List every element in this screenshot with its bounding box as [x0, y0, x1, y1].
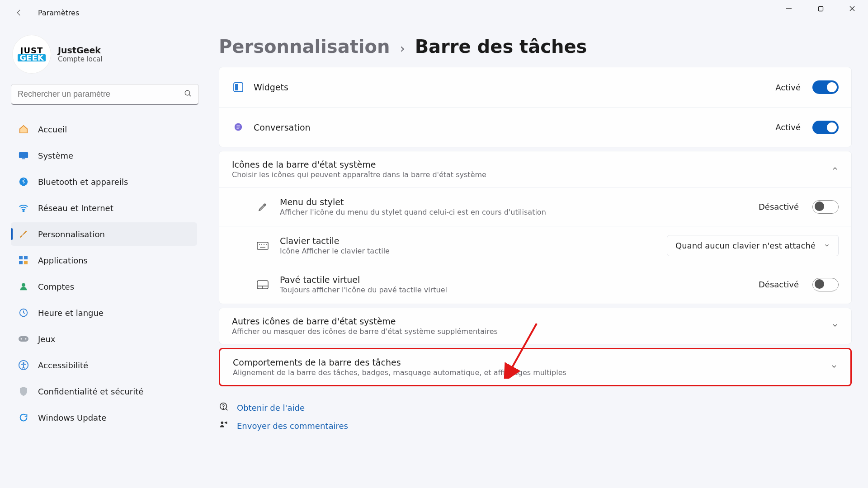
section-sub: Afficher ou masquer des icônes de barre … [232, 327, 822, 336]
keyboard-icon [256, 239, 269, 252]
row-label: Clavier tactile [280, 236, 656, 246]
svg-rect-6 [19, 152, 28, 158]
toggle-pen[interactable] [812, 200, 839, 214]
nav-bluetooth[interactable]: Bluetooth et appareils [11, 170, 197, 193]
link-label[interactable]: Obtenir de l'aide [237, 403, 305, 413]
nav-system[interactable]: Système [11, 144, 197, 167]
person-icon [18, 281, 29, 292]
nav-accessibility[interactable]: Accessibilité [11, 353, 197, 377]
other-icons-group[interactable]: Autres icônes de barre d'état système Af… [219, 308, 852, 344]
row-touchpad[interactable]: Pavé tactile virtuel Toujours afficher l… [219, 265, 851, 304]
chevron-down-icon [824, 241, 830, 250]
row-sub: Toujours afficher l'icône du pavé tactil… [280, 286, 748, 294]
nav-label: Système [38, 151, 73, 160]
maximize-button[interactable] [805, 0, 836, 17]
nav-label: Confidentialité et sécurité [38, 387, 143, 396]
brush-icon [18, 229, 29, 239]
nav-privacy[interactable]: Confidentialité et sécurité [11, 380, 197, 403]
account-name: JustGeek [58, 45, 103, 55]
nav-label: Windows Update [38, 413, 106, 422]
widgets-icon [232, 81, 245, 94]
link-get-help[interactable]: Obtenir de l'aide [219, 402, 852, 413]
behaviors-group[interactable]: Comportements de la barre des tâches Ali… [219, 348, 852, 386]
search-icon [184, 89, 192, 99]
search-box[interactable] [11, 84, 199, 105]
toggle-widgets[interactable] [812, 80, 839, 94]
svg-point-20 [23, 362, 24, 364]
nav-label: Réseau et Internet [38, 203, 113, 213]
pen-icon [256, 201, 269, 213]
apps-icon [18, 255, 29, 266]
toggle-chat[interactable] [812, 121, 839, 134]
nav-apps[interactable]: Applications [11, 249, 197, 272]
taskbar-items-group: Widgets Activé Conversation Activé [219, 67, 852, 147]
wifi-icon [18, 202, 29, 213]
nav-home[interactable]: Accueil [11, 117, 197, 141]
svg-rect-13 [24, 261, 28, 264]
svg-point-18 [25, 338, 27, 340]
touchpad-icon [256, 278, 269, 291]
svg-rect-24 [257, 242, 268, 249]
svg-rect-22 [235, 84, 238, 90]
svg-rect-1 [818, 6, 823, 11]
status-label: Activé [775, 83, 801, 92]
breadcrumb-current: Barre des tâches [415, 36, 587, 57]
sidebar: JUST GEEK JustGeek Compte local Accueil [0, 25, 208, 488]
gamepad-icon [18, 333, 29, 344]
chevron-right-icon: › [400, 41, 405, 56]
link-feedback[interactable]: Envoyer des commentaires [219, 420, 852, 432]
svg-point-9 [23, 211, 24, 212]
breadcrumb: Personnalisation › Barre des tâches [219, 36, 852, 57]
bottom-links: Obtenir de l'aide Envoyer des commentair… [219, 402, 852, 442]
feedback-icon [219, 420, 229, 432]
link-label[interactable]: Envoyer des commentaires [237, 421, 348, 431]
svg-rect-16 [19, 336, 28, 342]
row-label: Menu du stylet [280, 197, 748, 207]
nav-label: Heure et langue [38, 308, 104, 318]
svg-point-17 [21, 338, 22, 340]
minimize-button[interactable] [773, 0, 805, 17]
row-chat[interactable]: Conversation Activé [219, 107, 851, 147]
main-area: Personnalisation › Barre des tâches Widg… [208, 25, 868, 488]
account-block[interactable]: JUST GEEK JustGeek Compte local [11, 33, 197, 81]
svg-point-14 [22, 283, 25, 287]
back-button[interactable] [10, 4, 28, 22]
row-pen[interactable]: Menu du stylet Afficher l'icône du menu … [219, 187, 851, 226]
nav-update[interactable]: Windows Update [11, 406, 197, 429]
breadcrumb-parent[interactable]: Personnalisation [219, 36, 390, 57]
svg-rect-10 [19, 256, 23, 259]
svg-rect-11 [24, 256, 28, 259]
nav-time[interactable]: Heure et langue [11, 301, 197, 324]
update-icon [18, 412, 29, 423]
status-label: Désactivé [759, 280, 799, 289]
chevron-down-icon [830, 363, 838, 372]
chevron-down-icon [831, 322, 839, 331]
bluetooth-icon [18, 176, 29, 187]
close-button[interactable] [836, 0, 868, 17]
nav-network[interactable]: Réseau et Internet [11, 196, 197, 220]
row-touch-keyboard[interactable]: Clavier tactile Icône Afficher le clavie… [219, 226, 851, 265]
shield-icon [18, 386, 29, 397]
systray-header[interactable]: Icônes de la barre d'état système Choisi… [219, 151, 851, 187]
row-label: Conversation [254, 122, 766, 132]
nav-personalization[interactable]: Personnalisation [11, 222, 197, 246]
dropdown-touch-keyboard[interactable]: Quand aucun clavier n'est attaché [667, 235, 839, 256]
row-sub: Afficher l'icône du menu du stylet quand… [280, 208, 748, 216]
row-sub: Icône Afficher le clavier tactile [280, 247, 656, 255]
section-sub: Choisir les icônes qui peuvent apparaîtr… [232, 170, 822, 179]
search-input[interactable] [18, 89, 184, 99]
systray-group: Icônes de la barre d'état système Choisi… [219, 151, 852, 304]
svg-point-36 [221, 422, 224, 424]
row-label: Widgets [254, 82, 766, 92]
nav-label: Jeux [38, 334, 55, 344]
nav-accounts[interactable]: Comptes [11, 275, 197, 298]
nav-gaming[interactable]: Jeux [11, 327, 197, 351]
toggle-touchpad[interactable] [812, 278, 839, 291]
row-widgets[interactable]: Widgets Activé [219, 67, 851, 107]
chevron-up-icon [831, 165, 839, 174]
section-title: Icônes de la barre d'état système [232, 160, 822, 169]
nav-label: Comptes [38, 282, 74, 291]
section-title: Autres icônes de barre d'état système [232, 316, 822, 326]
clock-icon [18, 307, 29, 318]
svg-point-4 [185, 90, 190, 95]
